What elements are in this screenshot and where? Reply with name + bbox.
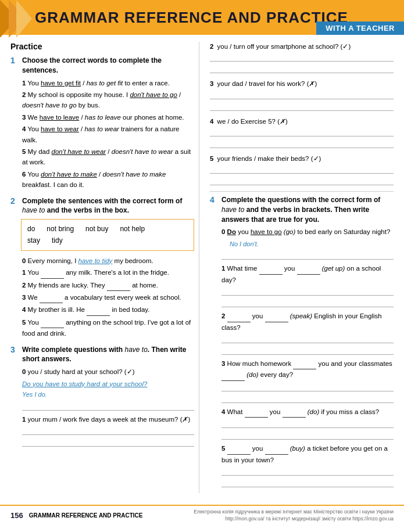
practice-title: Practice	[10, 42, 194, 51]
footer-info: Електронна копія підручника в мережі Інт…	[194, 509, 394, 523]
ex1-instruction: Choose the correct words to complete the…	[22, 56, 194, 76]
ex3-body-left: 0 you / study hard at your school? (✓) D…	[22, 366, 194, 447]
list-item: 3 We a vocabulary test every week at sch…	[22, 292, 194, 303]
write-line	[210, 128, 394, 136]
right-column: 2 you / turn off your smartphone at scho…	[205, 42, 394, 493]
ex3-answer-q: Do you have to study hard at your school…	[22, 379, 194, 389]
header-subtitle: WITH A TEACHER	[316, 21, 404, 35]
exercise-2: 2 Complete the sentences with the correc…	[10, 196, 194, 339]
ex1-num: 1	[10, 56, 19, 76]
list-item: 6 You don't have to make / doesn't have …	[22, 169, 194, 190]
ex4-num: 4	[210, 195, 218, 224]
exercise-4: 4 Complete the questions with the correc…	[210, 195, 394, 487]
list-item: 5 you (buy) a ticket before you get on a…	[221, 443, 394, 465]
ex2-num: 2	[10, 196, 19, 216]
write-line	[210, 65, 394, 73]
list-item: 2 My school is opposite my house. I don'…	[22, 89, 194, 111]
write-line	[210, 103, 394, 111]
write-line	[221, 251, 394, 260]
list-item: 5 your friends / make their beds? (✓)	[210, 154, 394, 185]
list-item: 2 My friends are lucky. They at home.	[22, 280, 194, 291]
ex4-instruction: Complete the questions with the correct …	[221, 195, 394, 224]
exercise-3-right: 2 you / turn off your smartphone at scho…	[210, 42, 394, 185]
word-box-row2: stay tidy	[27, 235, 188, 246]
write-line	[22, 438, 194, 447]
list-item: 2 you (speak) English in your English cl…	[221, 311, 394, 333]
page-title: GRAMMAR REFERENCE AND PRACTICE	[35, 9, 348, 27]
list-item: 1 your mum / work five days a week at th…	[22, 414, 194, 425]
write-line	[210, 53, 394, 62]
write-line	[221, 287, 394, 296]
exercise-1: 1 Choose the correct words to complete t…	[10, 56, 194, 190]
write-line	[221, 335, 394, 343]
write-line	[22, 402, 194, 411]
page-number: 156	[10, 511, 23, 520]
list-item: 4 we / do Exercise 5? (✗)	[210, 117, 394, 148]
write-line	[221, 479, 394, 487]
list-item: 3 How much homework you and your classma…	[221, 358, 394, 381]
list-item: 0 you / study hard at your school? (✓)	[22, 366, 194, 377]
write-line	[221, 383, 394, 391]
write-line	[210, 177, 394, 185]
list-item: 0 Every morning, I have to tidy my bedro…	[22, 256, 194, 266]
list-item: 1 What time you (get up) on a school day…	[221, 263, 394, 285]
write-line	[22, 427, 194, 435]
footer-title: GRAMMAR REFERENCE AND PRACTICE	[29, 512, 188, 519]
page-header: GRAMMAR REFERENCE AND PRACTICE WITH A TE…	[0, 0, 404, 35]
list-item: 4 You have to wear / has to wear trainer…	[22, 124, 194, 145]
list-item: 4 What you (do) if you miss a class?	[221, 407, 394, 418]
write-line	[221, 468, 394, 476]
list-item: 3 We have to leave / has to leave our ph…	[22, 112, 194, 123]
ex3-instruction: Write complete questions with have to. T…	[22, 345, 194, 365]
write-line	[221, 432, 394, 440]
word-box: do not bring not buy not help stay tidy	[21, 219, 194, 251]
write-line	[210, 166, 394, 174]
list-item: 5 My dad don't have to wear / doesn't ha…	[22, 146, 194, 168]
list-item: 1 You have to get fit / has to get fit t…	[22, 78, 194, 88]
list-item: 5 You anything on the school trip. I've …	[22, 317, 194, 339]
list-item: 4 My brother is ill. He in bed today.	[22, 304, 194, 315]
list-item: 0 Do you have to go (go) to bed early on…	[221, 227, 394, 237]
arrows-decoration	[0, 0, 32, 38]
list-item: 1 You any milk. There's a lot in the fri…	[22, 267, 194, 278]
ex3-num: 3	[10, 345, 19, 365]
write-line	[221, 395, 394, 403]
ex2-instruction: Complete the sentences with the correct …	[22, 196, 194, 216]
exercise-3-left: 3 Write complete questions with have to.…	[10, 345, 194, 447]
ex3-answer-a: Yes I do.	[22, 389, 194, 400]
ex2-body: 0 Every morning, I have to tidy my bedro…	[22, 256, 194, 339]
ex1-body: 1 You have to get fit / has to get fit t…	[22, 78, 194, 190]
page-footer: 156 GRAMMAR REFERENCE AND PRACTICE Елект…	[0, 505, 404, 526]
write-line	[210, 91, 394, 99]
left-column: Practice 1 Choose the correct words to c…	[10, 42, 199, 493]
ex4-answer-0: No I don't.	[230, 239, 394, 250]
main-content: Practice 1 Choose the correct words to c…	[0, 35, 404, 493]
section-divider	[210, 191, 394, 192]
svg-marker-2	[16, 0, 32, 38]
write-line	[210, 140, 394, 148]
word-box-row1: do not bring not buy not help	[27, 223, 188, 235]
write-line	[221, 420, 394, 428]
list-item: 3 your dad / travel for his work? (✗)	[210, 79, 394, 110]
write-line	[221, 347, 394, 355]
ex4-body: 0 Do you have to go (go) to bed early on…	[221, 227, 394, 487]
write-line	[221, 299, 394, 307]
list-item: 2 you / turn off your smartphone at scho…	[210, 42, 394, 73]
